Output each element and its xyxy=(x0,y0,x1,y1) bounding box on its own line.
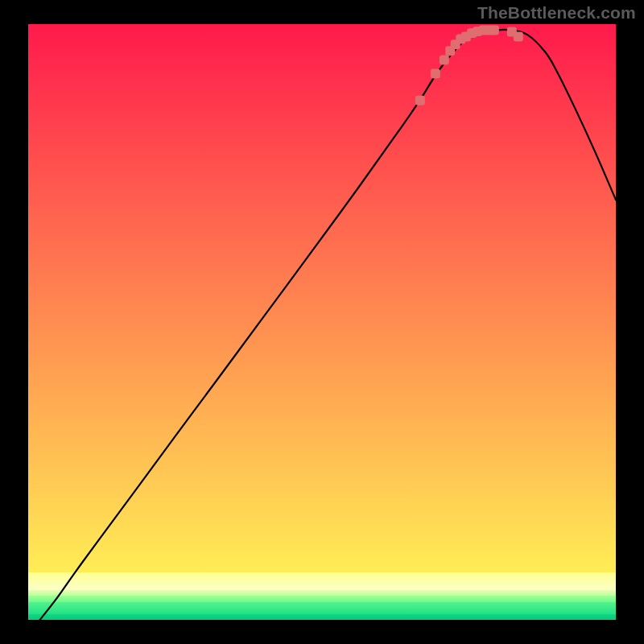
plot-gradient-background xyxy=(28,24,616,620)
chart-frame: TheBottleneck.com xyxy=(0,0,644,644)
optimal-marker xyxy=(489,25,499,35)
optimal-marker xyxy=(514,32,523,42)
optimal-marker xyxy=(440,55,449,64)
optimal-marker xyxy=(431,68,440,78)
optimal-marker xyxy=(415,96,425,105)
bottleneck-chart xyxy=(0,0,644,644)
